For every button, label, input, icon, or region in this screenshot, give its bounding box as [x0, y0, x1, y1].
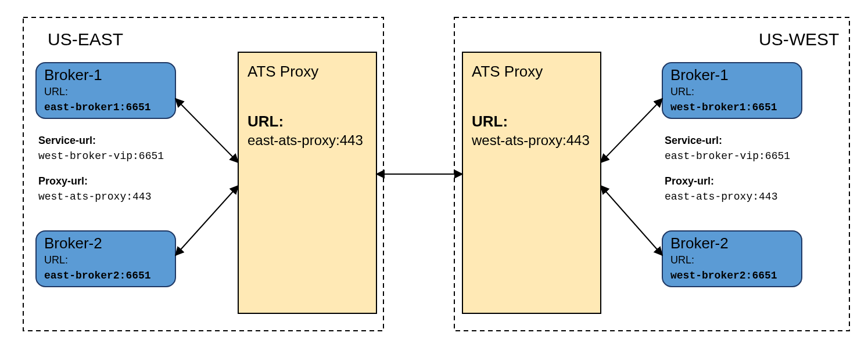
region-title-east: US-EAST [48, 30, 123, 49]
broker-url-label: URL: [44, 254, 68, 266]
ats-url-value: west-ats-proxy:443 [471, 132, 590, 148]
arrow-ats-broker2-west [601, 186, 662, 255]
proxy-url-value-east: west-ats-proxy:443 [38, 191, 151, 203]
ats-url-value: east-ats-proxy:443 [248, 132, 363, 148]
proxy-url-label-west: Proxy-url: [665, 175, 714, 187]
ats-box [238, 52, 376, 313]
broker-url-value: east-broker1:6651 [44, 102, 151, 113]
service-url-value-east: west-broker-vip:6651 [38, 150, 164, 162]
region-us-east: US-EAST Broker-1 URL: east-broker1:6651 … [23, 17, 383, 331]
broker-1-east: Broker-1 URL: east-broker1:6651 [36, 63, 175, 118]
ats-proxy-east: ATS Proxy URL: east-ats-proxy:443 [238, 52, 376, 313]
broker-name: Broker-1 [670, 66, 729, 84]
broker-2-east: Broker-2 URL: east-broker2:6651 [36, 231, 175, 287]
proxy-url-value-west: east-ats-proxy:443 [665, 191, 777, 203]
broker-name: Broker-2 [44, 234, 102, 252]
broker-url-label: URL: [670, 254, 694, 266]
broker-url-value: west-broker2:6651 [670, 270, 777, 281]
broker-url-label: URL: [670, 86, 694, 97]
service-url-value-west: east-broker-vip:6651 [665, 150, 790, 162]
broker-url-value: west-broker1:6651 [670, 102, 777, 113]
arrow-broker2-ats-east [175, 186, 238, 255]
broker-url-label: URL: [44, 86, 68, 97]
region-us-west: US-WEST ATS Proxy URL: west-ats-proxy:44… [454, 17, 849, 331]
broker-name: Broker-2 [670, 234, 729, 252]
ats-title: ATS Proxy [472, 63, 543, 80]
broker-2-west: Broker-2 URL: west-broker2:6651 [662, 231, 802, 287]
arrow-broker1-ats-east [175, 99, 238, 162]
proxy-url-label-east: Proxy-url: [38, 175, 88, 187]
ats-proxy-west: ATS Proxy URL: west-ats-proxy:443 [462, 52, 601, 313]
service-url-label-west: Service-url: [665, 135, 722, 146]
ats-title: ATS Proxy [248, 63, 318, 80]
region-title-west: US-WEST [759, 30, 839, 49]
broker-name: Broker-1 [44, 66, 102, 84]
ats-url-label: URL: [248, 113, 284, 130]
broker-url-value: east-broker2:6651 [44, 270, 151, 281]
broker-1-west: Broker-1 URL: west-broker1:6651 [662, 63, 802, 118]
ats-url-label: URL: [472, 113, 508, 130]
ats-box [462, 52, 601, 313]
service-url-label-east: Service-url: [38, 135, 96, 146]
arrow-ats-broker1-west [601, 99, 662, 162]
